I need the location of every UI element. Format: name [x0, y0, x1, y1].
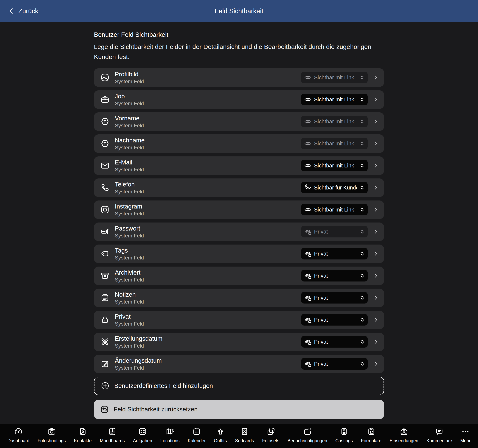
tab-label: Fotoshootings	[38, 438, 66, 443]
field-row-archiviert[interactable]: Archiviert System Feld Privat	[94, 267, 384, 285]
stepper-icon	[359, 207, 365, 212]
phone-icon	[100, 183, 110, 192]
visibility-select[interactable]: Sichtbar mit Link	[301, 160, 368, 171]
field-type-label: System Feld	[115, 211, 144, 217]
eye-icon	[304, 118, 312, 125]
casting-card-icon	[340, 427, 348, 436]
visibility-select[interactable]: Privat	[301, 248, 368, 260]
field-type-label: System Feld	[115, 233, 144, 239]
field-name: Nachname	[115, 137, 145, 144]
back-label: Zurück	[18, 7, 38, 15]
field-type-label: System Feld	[115, 123, 144, 129]
visibility-select[interactable]: Privat	[301, 292, 368, 304]
ellipsis-icon	[461, 427, 470, 436]
tab-formulare[interactable]: Formulare	[361, 427, 381, 443]
plus-circle-icon	[101, 382, 109, 390]
field-name: Privat	[115, 313, 144, 320]
visibility-select[interactable]: Sichtbar mit Link	[301, 94, 368, 105]
back-button[interactable]: Zurück	[8, 0, 38, 22]
chevron-right-icon	[373, 295, 378, 300]
visibility-select[interactable]: Sichtbar mit Link	[301, 138, 368, 149]
map-pin-icon	[166, 427, 174, 436]
tab-label: Sedcards	[235, 438, 254, 443]
visibility-select[interactable]: Privat	[301, 358, 368, 370]
tab-fotosets[interactable]: Fotosets	[262, 427, 279, 443]
tab-label: Kalender	[188, 438, 206, 443]
visibility-select[interactable]: Privat	[301, 226, 368, 237]
visibility-select[interactable]: Sichtbar mit Link	[301, 204, 368, 215]
visibility-select[interactable]: Sichtbar mit Link	[301, 72, 368, 83]
tab-einsendungen[interactable]: Einsendungen	[390, 427, 418, 443]
field-row-passwort[interactable]: Passwort System Feld Privat	[94, 223, 384, 241]
field-type-label: System Feld	[115, 299, 144, 305]
field-type-label: System Feld	[115, 167, 144, 173]
stepper-icon	[359, 75, 365, 80]
field-row-privat[interactable]: Privat System Feld Privat	[94, 311, 384, 329]
reset-visibility-button[interactable]: Feld Sichtbarkeit zurücksetzen	[94, 400, 384, 419]
field-row-vorname[interactable]: Vorname System Feld Sichtbar mit Link	[94, 112, 384, 131]
chevron-right-icon	[373, 339, 378, 344]
field-row-notizen[interactable]: Notizen System Feld Privat	[94, 289, 384, 307]
tab-label: Outfits	[214, 438, 227, 443]
tab-sedcards[interactable]: Sedcards	[235, 427, 254, 443]
field-name: Passwort	[115, 225, 144, 232]
tab-mehr[interactable]: Mehr	[460, 427, 471, 443]
field-name: Profilbild	[115, 71, 144, 78]
clipboard-icon	[367, 427, 376, 436]
tab-fotoshootings[interactable]: Fotoshootings	[38, 427, 66, 443]
tab-aufgaben[interactable]: Aufgaben	[133, 427, 152, 443]
visibility-select[interactable]: Privat	[301, 314, 368, 326]
visibility-value: Privat	[314, 251, 357, 257]
add-custom-field-button[interactable]: Benutzerdefiniertes Feld hinzufügen	[94, 377, 384, 395]
field-row-instagram[interactable]: Instagram System Feld Sichtbar mit Link	[94, 200, 384, 219]
field-row-erstellungsdatum[interactable]: Erstellungsdatum System Feld Privat	[94, 333, 384, 351]
tab-benachrichtigungen[interactable]: Benachrichtigungen	[288, 427, 327, 443]
tab-label: Formulare	[361, 438, 381, 443]
field-row-nachname[interactable]: Nachname System Feld Sichtbar mit Link	[94, 134, 384, 153]
chevron-right-icon	[373, 163, 378, 168]
visibility-select[interactable]: Sichtbar für Kunden	[301, 182, 368, 193]
field-row-telefon[interactable]: Telefon System Feld Sichtbar für Kunden	[94, 178, 384, 197]
tab-outfits[interactable]: Outfits	[214, 427, 227, 443]
chevron-right-icon	[373, 75, 378, 80]
tab-moodboards[interactable]: Moodboards	[100, 427, 125, 443]
sedcard-icon	[240, 427, 249, 436]
field-row-tags[interactable]: Tags System Feld Privat	[94, 244, 384, 263]
stepper-icon	[359, 273, 365, 279]
tab-kommentare[interactable]: Kommentare	[427, 427, 452, 443]
visibility-value: Privat	[314, 229, 357, 235]
field-name: Tags	[115, 247, 144, 254]
tab-label: Locations	[160, 438, 180, 443]
tab-label: Dashboard	[7, 438, 29, 443]
tab-kontakte[interactable]: Kontakte	[74, 427, 92, 443]
back-chevron-icon	[8, 8, 15, 14]
visibility-select[interactable]: Sichtbar mit Link	[301, 116, 368, 127]
field-row-e-mail[interactable]: E-Mail System Feld Sichtbar mit Link	[94, 156, 384, 175]
visibility-value: Privat	[314, 361, 357, 367]
image-icon	[100, 73, 110, 82]
wand-cross-icon	[100, 337, 110, 346]
tab-label: Kontakte	[74, 438, 92, 443]
notes-icon	[100, 293, 110, 302]
field-row-job[interactable]: Job System Feld Sichtbar mit Link	[94, 90, 384, 109]
eye-lock-icon	[304, 250, 312, 257]
instagram-icon	[100, 205, 110, 214]
chevron-right-icon	[373, 251, 378, 256]
undo-icon	[100, 405, 109, 414]
field-type-label: System Feld	[115, 101, 144, 106]
eye-icon	[304, 162, 312, 169]
tab-label: Mehr	[460, 438, 471, 443]
visibility-select[interactable]: Privat	[301, 336, 368, 348]
field-row-profilbild[interactable]: Profilbild System Feld Sichtbar mit Link	[94, 68, 384, 87]
tab-dashboard[interactable]: Dashboard	[7, 427, 29, 443]
visibility-value: Privat	[314, 273, 357, 279]
moodboard-grid-icon	[108, 427, 117, 436]
navigation-bar: Zurück Feld Sichtbarkeit	[0, 0, 478, 22]
stepper-icon	[359, 317, 365, 323]
visibility-select[interactable]: Privat	[301, 270, 368, 281]
tab-locations[interactable]: Locations	[160, 427, 180, 443]
tab-castings[interactable]: Castings	[335, 427, 353, 443]
stepper-icon	[359, 119, 365, 124]
field-row-aenderungsdatum[interactable]: Änderungsdatum System Feld Privat	[94, 355, 384, 373]
tab-kalender[interactable]: Kalender	[188, 427, 206, 443]
